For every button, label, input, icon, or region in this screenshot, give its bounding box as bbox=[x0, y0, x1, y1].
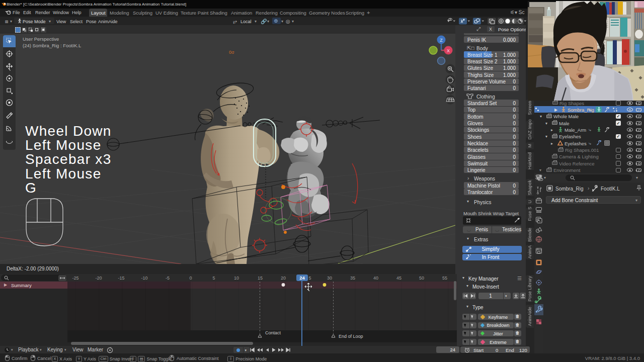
svg-text:Z: Z bbox=[440, 38, 443, 43]
svg-text:X: X bbox=[447, 48, 450, 53]
